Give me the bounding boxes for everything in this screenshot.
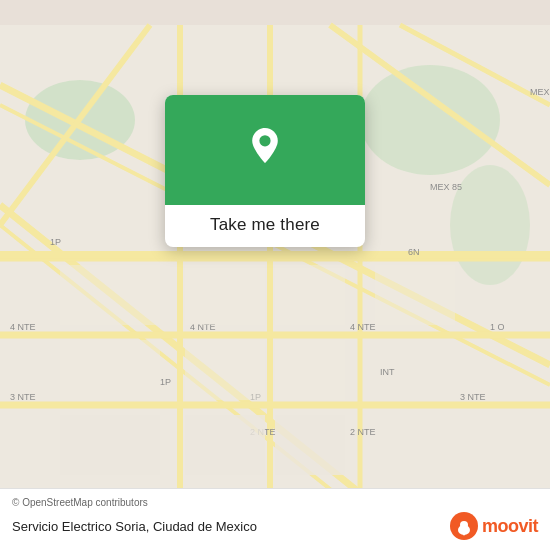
svg-point-47 (460, 521, 468, 529)
svg-text:4 NTE: 4 NTE (350, 322, 376, 332)
svg-rect-43 (60, 415, 160, 475)
moovit-icon (450, 512, 478, 540)
svg-text:1 O: 1 O (490, 322, 505, 332)
take-me-there-button[interactable]: Take me there (210, 215, 320, 235)
popup-card: Take me there (165, 95, 365, 247)
svg-text:6N: 6N (408, 247, 420, 257)
svg-rect-37 (275, 340, 345, 400)
popup-button-area[interactable]: Take me there (165, 205, 365, 247)
svg-text:2 NTE: 2 NTE (350, 427, 376, 437)
popup-green-area (165, 95, 365, 205)
place-name: Servicio Electrico Soria, Ciudad de Mexi… (12, 519, 257, 534)
svg-rect-38 (60, 265, 160, 325)
map-container: 1P 4 NTE 4 NTE 4 NTE 1 O 3 NTE 3 NTE 1P … (0, 0, 550, 550)
svg-point-44 (259, 135, 270, 146)
svg-text:MEX 85: MEX 85 (430, 182, 462, 192)
svg-rect-42 (275, 415, 345, 475)
svg-text:3 NTE: 3 NTE (460, 392, 486, 402)
copyright-text: © OpenStreetMap contributors (12, 497, 538, 508)
svg-text:4 NTE: 4 NTE (10, 322, 36, 332)
svg-rect-34 (185, 265, 265, 325)
svg-rect-35 (275, 265, 345, 325)
bottom-bar: © OpenStreetMap contributors Servicio El… (0, 488, 550, 550)
svg-text:1P: 1P (160, 377, 171, 387)
location-pin-icon (243, 128, 287, 172)
moovit-text: moovit (482, 516, 538, 537)
moovit-logo: moovit (450, 512, 538, 540)
svg-rect-36 (185, 340, 265, 400)
svg-rect-39 (60, 340, 160, 400)
svg-point-2 (360, 65, 500, 175)
bottom-info-row: Servicio Electrico Soria, Ciudad de Mexi… (12, 512, 538, 540)
svg-text:MEX 8: MEX 8 (530, 87, 550, 97)
svg-text:3 NTE: 3 NTE (10, 392, 36, 402)
svg-text:1P: 1P (50, 237, 61, 247)
svg-text:INT: INT (380, 367, 395, 377)
svg-rect-40 (375, 265, 455, 325)
map-background: 1P 4 NTE 4 NTE 4 NTE 1 O 3 NTE 3 NTE 1P … (0, 0, 550, 550)
svg-rect-41 (185, 415, 265, 475)
